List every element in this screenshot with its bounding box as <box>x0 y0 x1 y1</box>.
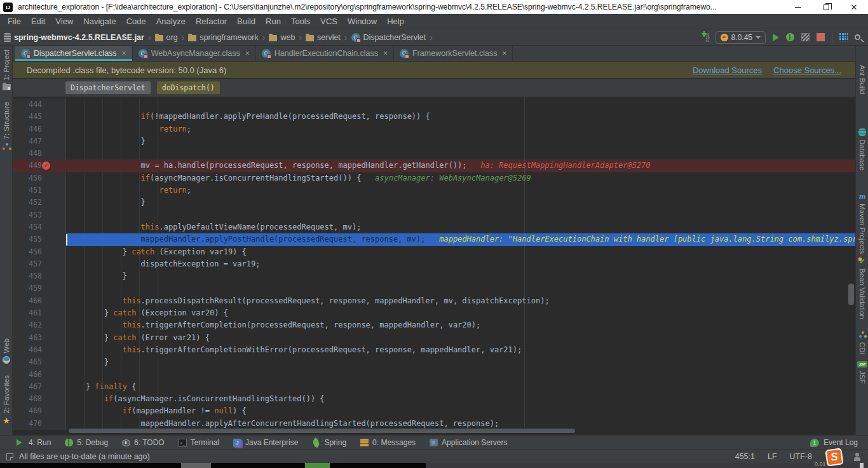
tool-window-button-application-servers[interactable]: Application Servers <box>430 438 507 447</box>
close-button[interactable]: ✕ <box>840 0 868 14</box>
gutter[interactable]: 447 <box>13 135 66 148</box>
gutter[interactable]: 468 <box>13 393 66 405</box>
gutter[interactable]: 464 <box>13 344 66 356</box>
code-line-454[interactable]: 454 this.applyDefaultViewName(processedR… <box>13 221 855 233</box>
tool-button-7-structure[interactable]: 7: Structure <box>0 102 13 151</box>
gutter[interactable]: 444 <box>13 99 66 111</box>
editor-breadcrumb-dodispatch[interactable]: doDispatch() <box>157 81 220 94</box>
menu-tools[interactable]: Tools <box>286 14 315 29</box>
breadcrumb-item-springframework[interactable]: springframework <box>188 33 258 42</box>
gutter[interactable]: 453 <box>13 209 66 221</box>
application-servers-icon[interactable] <box>839 33 848 41</box>
code-line-455[interactable]: 455 mappedHandler.applyPostHandle(proces… <box>13 233 855 245</box>
gutter[interactable]: 458 <box>13 270 66 282</box>
code-line-449[interactable]: 449 mv = ha.handle(processedRequest, res… <box>13 160 855 172</box>
caret-position[interactable]: 455:1 <box>735 452 755 461</box>
gutter[interactable]: 469 <box>13 405 66 417</box>
gutter[interactable]: 466 <box>13 369 66 381</box>
code-line-447[interactable]: 447 } <box>13 135 855 148</box>
maximize-button[interactable] <box>812 0 840 14</box>
download-sources-link[interactable]: Download Sources <box>693 65 762 75</box>
breadcrumb-item-dispatcherservlet[interactable]: CDispatcherServlet <box>351 33 426 42</box>
tool-button-web[interactable]: Web <box>0 338 13 364</box>
code-line-464[interactable]: 464 this.triggerAfterCompletionWithError… <box>13 344 855 356</box>
choose-sources-link[interactable]: Choose Sources... <box>773 65 841 75</box>
close-icon[interactable]: × <box>245 49 250 58</box>
gutter[interactable]: 459 <box>13 282 66 294</box>
gutter[interactable]: 452 <box>13 196 66 209</box>
code-line-462[interactable]: 462 this.triggerAfterCompletion(processe… <box>13 319 855 331</box>
code-line-458[interactable]: 458 } <box>13 270 855 282</box>
gutter[interactable]: 461 <box>13 307 66 319</box>
code-line-450[interactable]: 450 if(asyncManager.isConcurrentHandling… <box>13 172 855 184</box>
menu-code[interactable]: Code <box>121 14 151 29</box>
gutter[interactable]: 446 <box>13 123 66 135</box>
gutter[interactable]: 450 <box>13 172 66 184</box>
code-line-445[interactable]: 445 if(!mappedHandler.applyPreHandle(pro… <box>13 111 855 123</box>
code-line-466[interactable]: 466 <box>13 369 855 381</box>
menu-help[interactable]: Help <box>382 14 409 29</box>
tool-button-jsf[interactable]: JSFJSF <box>856 361 868 383</box>
search-icon[interactable] <box>855 34 860 40</box>
tab-dispatcherservlet-class[interactable]: CDispatcherServlet.class× <box>15 46 133 61</box>
menu-window[interactable]: Window <box>342 14 382 29</box>
code-line-467[interactable]: 467 } finally { <box>13 381 855 393</box>
menu-analyze[interactable]: Analyze <box>151 14 191 29</box>
gutter[interactable]: 454 <box>13 221 66 233</box>
run-configuration-select[interactable]: 8.0.45 <box>715 31 766 44</box>
breadcrumb-item-spring-webmvc-4-2-5-release-jar[interactable]: spring-webmvc-4.2.5.RELEASE.jar <box>4 33 144 42</box>
tool-window-button-java-enterprise[interactable]: JJava Enterprise <box>233 438 298 447</box>
menu-refactor[interactable]: Refactor <box>191 14 232 29</box>
tool-button-bean-validation[interactable]: ✔Bean Validation <box>856 257 868 319</box>
menu-run[interactable]: Run <box>261 14 286 29</box>
close-icon[interactable]: × <box>383 49 388 58</box>
tool-button-ant-build[interactable]: Ant Build <box>856 65 868 94</box>
gutter[interactable]: 449 <box>13 160 66 172</box>
close-icon[interactable]: × <box>502 49 506 58</box>
code-line-469[interactable]: 469 if(mappedHandler != null) { <box>13 405 855 417</box>
breadcrumb-item-web[interactable]: web <box>269 33 295 42</box>
code-line-461[interactable]: 461 } catch (Exception var20) { <box>13 307 855 319</box>
sogou-ime-icon[interactable]: S <box>825 448 843 466</box>
menu-build[interactable]: Build <box>232 14 261 29</box>
menu-navigate[interactable]: Navigate <box>78 14 121 29</box>
code-line-453[interactable]: 453 <box>13 209 855 221</box>
tool-button-cdi[interactable]: CDI <box>856 331 868 355</box>
breadcrumb-item-org[interactable]: org <box>155 33 178 42</box>
tab-webasyncmanager-class[interactable]: CWebAsyncManager.class× <box>133 46 256 61</box>
code-line-446[interactable]: 446 return; <box>13 123 855 135</box>
tool-window-button-spring[interactable]: Spring <box>312 438 346 447</box>
gutter[interactable]: 462 <box>13 319 66 331</box>
tab-handlerexecutionchain-class[interactable]: CHandlerExecutionChain.class× <box>256 46 394 61</box>
code-line-457[interactable]: 457 dispatchException = var19; <box>13 258 855 270</box>
update-project-icon[interactable]: 011001 <box>700 33 709 42</box>
code-line-468[interactable]: 468 if(asyncManager.isConcurrentHandling… <box>13 393 855 405</box>
stop-button[interactable] <box>817 33 825 41</box>
line-separator[interactable]: LF <box>768 452 777 461</box>
tool-window-button-6-todo[interactable]: 6: TODO <box>122 438 165 447</box>
tool-window-button-5-debug[interactable]: 5: Debug <box>65 438 108 447</box>
gutter[interactable]: 456 <box>13 246 66 258</box>
minimize-button[interactable] <box>784 0 812 14</box>
tool-button-database[interactable]: Database <box>856 128 868 170</box>
gutter[interactable]: 460 <box>13 295 66 307</box>
code-line-448[interactable]: 448 <box>13 148 855 160</box>
menu-vcs[interactable]: VCS <box>315 14 342 29</box>
horizontal-scrollbar[interactable] <box>69 429 575 433</box>
breakpoint-icon[interactable] <box>42 162 50 170</box>
event-log-button[interactable]: 1 Event Log <box>810 438 858 447</box>
run-button[interactable] <box>773 34 779 41</box>
gutter[interactable]: 451 <box>13 184 66 196</box>
code-line-463[interactable]: 463 } catch (Error var21) { <box>13 332 855 344</box>
gutter[interactable]: 455 <box>13 233 66 245</box>
code-line-465[interactable]: 465 } <box>13 356 855 368</box>
update-status-icon[interactable] <box>6 453 13 460</box>
inspection-profile-icon[interactable] <box>854 453 860 461</box>
code-editor[interactable]: 444445 if(!mappedHandler.applyPreHandle(… <box>13 97 855 435</box>
coverage-button[interactable] <box>801 33 810 41</box>
tool-button-maven-projects[interactable]: mMaven Projects <box>856 192 868 254</box>
debug-button[interactable] <box>786 33 794 41</box>
menu-edit[interactable]: Edit <box>26 14 50 29</box>
breadcrumb-item-servlet[interactable]: servlet <box>306 33 341 42</box>
menu-view[interactable]: View <box>50 14 78 29</box>
